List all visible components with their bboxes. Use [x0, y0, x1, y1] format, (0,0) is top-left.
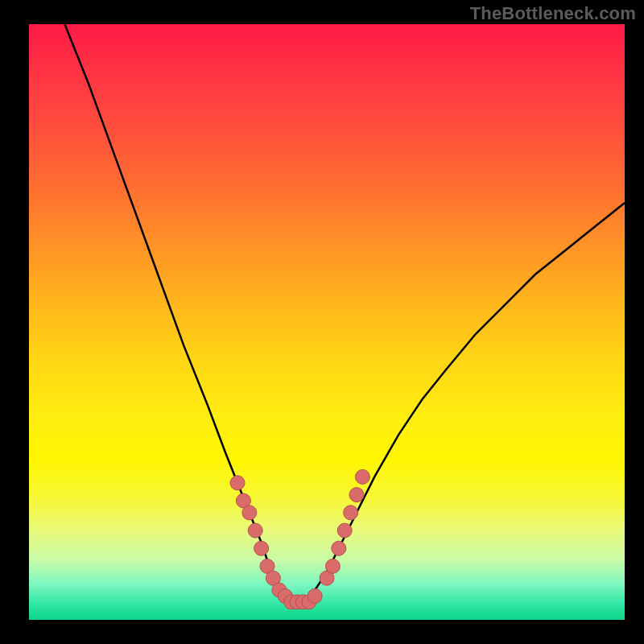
marker-dot — [308, 588, 322, 603]
marker-dot — [337, 523, 352, 538]
chart-frame: TheBottleneck.com — [0, 0, 644, 644]
marker-dot — [325, 559, 340, 573]
curve-markers — [230, 469, 369, 609]
marker-dot — [248, 523, 262, 538]
marker-dot — [230, 476, 245, 490]
marker-dot — [344, 506, 358, 520]
chart-svg — [29, 24, 625, 620]
plot-area — [29, 24, 625, 620]
marker-dot — [349, 488, 364, 502]
marker-dot — [355, 469, 369, 484]
marker-dot — [242, 506, 257, 520]
watermark-text: TheBottleneck.com — [470, 3, 636, 24]
marker-dot — [254, 541, 269, 555]
marker-dot — [332, 541, 346, 555]
